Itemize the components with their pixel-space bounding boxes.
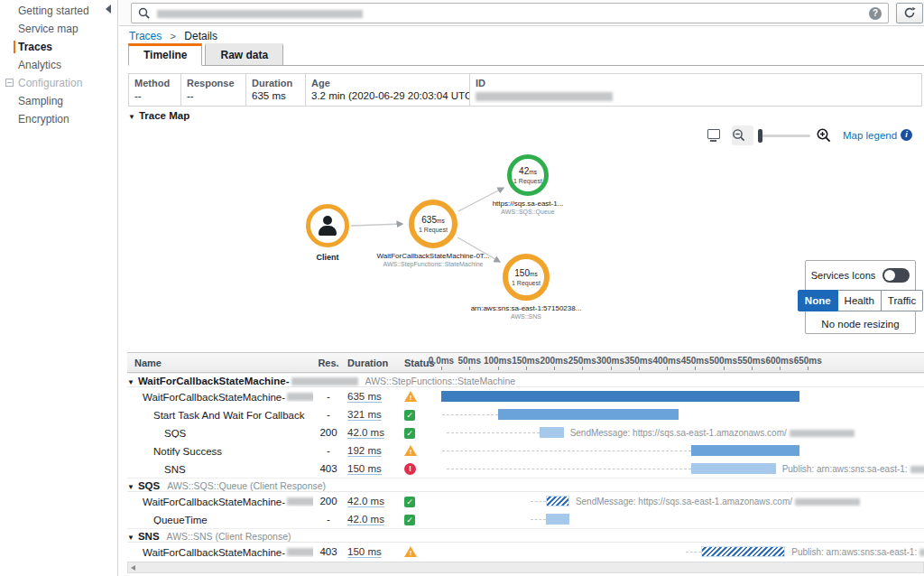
tab-raw-data[interactable]: Raw data [205, 43, 283, 66]
row-duration-link[interactable]: 42.0 ms [347, 496, 384, 507]
sidebar-item-configuration[interactable]: Configuration [0, 74, 117, 92]
redacted-value [476, 92, 613, 101]
map-node-sns[interactable]: 150ms1 Request [503, 254, 550, 301]
bar-label: SendMessage: https://sqs.sa-east-1.amazo… [570, 428, 855, 438]
sidebar-item-getting-started[interactable]: Getting started [0, 2, 117, 20]
map-legend-link[interactable]: Map legend [843, 130, 897, 141]
timeline-bar[interactable] [691, 445, 799, 456]
refresh-button[interactable] [896, 3, 923, 23]
trace-row-waitforcallbackstatemachine[interactable]: WaitForCallbackStateMachine-403150 ms!Pu… [127, 543, 924, 561]
info-icon[interactable]: i [901, 129, 912, 141]
connector-dash [447, 469, 691, 469]
row-duration-link[interactable]: 321 ms [347, 409, 382, 421]
toggle-knob [884, 270, 895, 281]
sidebar-item-sampling[interactable]: Sampling [0, 92, 117, 110]
help-icon[interactable]: ? [869, 7, 882, 20]
timeline-bar[interactable] [498, 409, 679, 420]
sidebar-item-label: Analytics [18, 59, 61, 71]
slider-handle[interactable] [758, 129, 762, 143]
trace-map: Client635ms1 RequestWaitForCallbackState… [119, 143, 924, 348]
trace-group-header-sns[interactable]: ▼SNSAWS::SNS (Client Response) [127, 528, 924, 543]
row-name-cell: SNS [127, 463, 313, 475]
row-response-code: 200 [313, 496, 344, 506]
timeline-body: ▼WaitForCallbackStateMachine-AWS::StepFu… [127, 373, 924, 561]
node-title: https://sqs.sa-east-1... [456, 200, 600, 208]
sidebar-item-encryption[interactable]: Encryption [0, 110, 117, 128]
search-input[interactable]: ? [131, 3, 889, 23]
node-title: WaitForCallbackStateMachine-0T... [361, 252, 505, 260]
group-type: AWS::SQS::Queue (Client Response) [167, 480, 326, 491]
row-timeline-track: Publish: arn:aws:sns:sa-east-1: [434, 460, 924, 478]
row-name: Notify Success [153, 445, 222, 456]
trace-row-waitforcallbackstatemachine[interactable]: WaitForCallbackStateMachine-20042.0 ms✓S… [127, 492, 924, 510]
group-type: AWS::SNS (Client Response) [167, 531, 291, 542]
services-icons-toggle[interactable] [882, 268, 910, 283]
trace-map-section-toggle[interactable]: ▼Trace Map [128, 110, 189, 121]
row-duration-cell: 42.0 ms [344, 496, 393, 506]
sidebar-item-traces[interactable]: Traces [0, 38, 117, 56]
timeline-bar[interactable] [691, 463, 776, 474]
trace-group-header-waitforcallbackstatemachine[interactable]: ▼WaitForCallbackStateMachine-AWS::StepFu… [127, 373, 924, 387]
node-subtitle: AWS::StepFunctions::StateMachine [361, 261, 505, 267]
row-duration-link[interactable]: 42.0 ms [347, 427, 384, 439]
timeline-bar[interactable] [701, 546, 786, 557]
timeline-bar[interactable] [441, 391, 799, 402]
redacted-value [910, 466, 924, 473]
trace-row-waitforcallbackstatemachine[interactable]: WaitForCallbackStateMachine--635 ms! [127, 387, 924, 405]
timeline-header: Name Res. Duration Status 0.0ms50ms100ms… [127, 352, 924, 373]
connector-dash [442, 451, 691, 451]
trace-row-sqs[interactable]: SQS20042.0 ms✓SendMessage: https://sqs.s… [127, 423, 924, 441]
node-color-mode-traffic[interactable]: Traffic [882, 290, 923, 311]
row-timeline-track [434, 405, 924, 423]
row-duration-link[interactable]: 192 ms [347, 445, 382, 457]
node-subtitle: AWS::SNS [454, 313, 598, 320]
map-node-client[interactable] [306, 204, 349, 247]
timeline-bar[interactable] [546, 514, 569, 525]
trace-row-notify-success[interactable]: Notify Success-192 ms! [127, 441, 924, 460]
timeline-bar[interactable] [540, 427, 563, 438]
timeline-bar[interactable] [546, 496, 569, 506]
row-name-cell: Notify Success [127, 445, 313, 457]
row-duration-link[interactable]: 150 ms [347, 546, 382, 558]
connector-dash [442, 414, 497, 415]
status-warning-icon: ! [404, 445, 417, 456]
breadcrumb-traces-link[interactable]: Traces [129, 30, 162, 42]
sidebar-collapse-icon[interactable] [106, 5, 111, 14]
node-color-mode-none[interactable]: None [798, 290, 838, 311]
trace-group-header-sqs[interactable]: ▼SQSAWS::SQS::Queue (Client Response) [127, 478, 924, 492]
map-node-sm[interactable]: 635ms1 Request [409, 200, 457, 248]
sidebar-item-service-map[interactable]: Service map [0, 20, 117, 38]
redacted-name [287, 497, 313, 506]
trace-row-sns[interactable]: SNS403150 ms!Publish: arn:aws:sns:sa-eas… [127, 460, 924, 478]
column-name: Name [127, 358, 313, 368]
row-duration-link[interactable]: 635 ms [347, 391, 382, 403]
status-ok-icon: ✓ [404, 515, 415, 525]
sidebar-item-analytics[interactable]: Analytics [0, 56, 117, 74]
summary-label: Response [187, 78, 240, 88]
time-axis: 0.0ms50ms100ms150ms200ms250ms300ms350ms4… [434, 353, 924, 372]
node-color-mode-health[interactable]: Health [838, 290, 882, 311]
row-timeline-track [434, 510, 924, 528]
horizontal-scrollbar[interactable] [127, 562, 924, 573]
row-status-cell: ✓ [393, 409, 434, 421]
map-node-sqs[interactable]: 42ms1 Request [507, 154, 549, 196]
summary-label: ID [476, 78, 916, 88]
row-duration-link[interactable]: 150 ms [347, 463, 382, 475]
caret-down-icon: ▼ [127, 483, 134, 491]
status-ok-icon: ✓ [404, 497, 415, 507]
row-name-cell: QueueTime [127, 514, 313, 525]
row-duration-cell: 42.0 ms [344, 427, 393, 438]
row-name: WaitForCallbackStateMachine- [143, 546, 285, 557]
search-row: ? [119, 0, 924, 26]
row-duration-link[interactable]: 42.0 ms [347, 514, 384, 525]
status-warning-icon: ! [404, 391, 417, 402]
summary-cell-duration: Duration635 ms [246, 74, 306, 106]
trace-row-queuetime[interactable]: QueueTime-42.0 ms✓ [127, 510, 924, 528]
tab-timeline[interactable]: Timeline [128, 43, 202, 66]
fit-view-icon[interactable] [707, 129, 720, 139]
row-timeline-track [434, 441, 924, 460]
breadcrumb-separator-icon: > [171, 31, 176, 42]
node-subtitle: AWS::SQS::Queue [456, 209, 600, 215]
search-icon [138, 7, 151, 20]
trace-row-start-task-and-wait-for-callback[interactable]: Start Task And Wait For Callback-321 ms✓ [127, 405, 924, 423]
